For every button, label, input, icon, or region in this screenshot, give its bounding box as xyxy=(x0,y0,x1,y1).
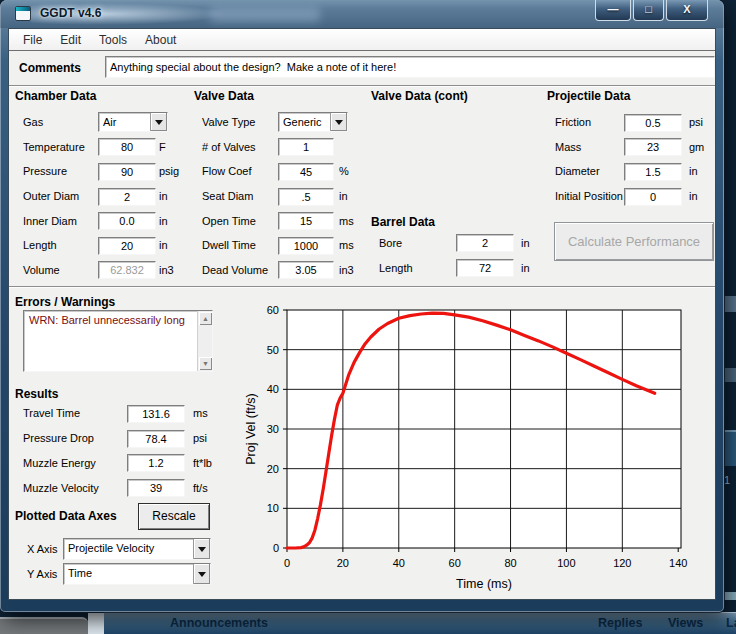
valve-type-combobox[interactable]: Generic xyxy=(278,112,348,132)
dead-volume-input[interactable] xyxy=(278,261,334,279)
svg-text:60: 60 xyxy=(449,557,461,569)
bore-label: Bore xyxy=(371,237,456,249)
svg-text:80: 80 xyxy=(504,557,516,569)
diameter-label: Diameter xyxy=(547,165,624,177)
svg-text:50: 50 xyxy=(267,344,279,356)
field-row: Seat Diamin xyxy=(194,184,394,209)
svg-text:140: 140 xyxy=(669,557,687,569)
travel-time-input[interactable] xyxy=(127,405,185,423)
menu-item-tools[interactable]: Tools xyxy=(90,31,136,49)
field-row: Flow Coef% xyxy=(194,159,394,184)
menu-item-edit[interactable]: Edit xyxy=(51,31,90,49)
muzzle-energy-input[interactable] xyxy=(127,454,185,472)
errors-list[interactable]: WRN: Barrel unnecessarily long ▲ ▼ xyxy=(23,310,213,372)
volume-input xyxy=(98,261,156,279)
gas-value: Air xyxy=(99,113,150,131)
y-axis-combobox[interactable]: Time xyxy=(63,563,211,585)
field-row: Initial Positionin xyxy=(547,184,716,209)
x-axis-combobox[interactable]: Projectile Velocity xyxy=(63,538,211,560)
y-axis-value: Time xyxy=(64,564,193,584)
dwell-time-unit: ms xyxy=(339,239,354,251)
diameter-unit: in xyxy=(689,165,698,177)
app-window: GGDT v4.6 — □ X FileEditToolsAbout Comme… xyxy=(0,0,724,612)
mass-unit: gm xyxy=(689,141,704,153)
seat-diam-label: Seat Diam xyxy=(194,190,278,202)
initial-position-input[interactable] xyxy=(624,188,682,206)
section-title-errors-warnings: Errors / Warnings xyxy=(15,295,115,309)
field-row: # of Valves xyxy=(194,135,394,160)
friction-input[interactable] xyxy=(624,114,682,132)
length-input[interactable] xyxy=(98,237,156,255)
rescale-button[interactable]: Rescale xyxy=(138,503,210,530)
scrollbar-up-icon[interactable]: ▲ xyxy=(199,312,212,325)
x-axis-label: X Axis xyxy=(27,543,58,555)
section-title-plotted-data-axes: Plotted Data Axes xyxy=(15,509,117,523)
muzzle-velocity-unit: ft/s xyxy=(193,482,208,494)
menu-item-about[interactable]: About xyxy=(136,31,185,49)
field-row: Valve TypeGeneric xyxy=(194,110,394,135)
svg-text:30: 30 xyxy=(267,423,279,435)
field-row: Pressure Droppsi xyxy=(15,426,225,451)
svg-text:Proj Vel (ft/s): Proj Vel (ft/s) xyxy=(244,393,258,465)
initial-position-label: Initial Position xyxy=(547,190,624,202)
dropdown-arrow-icon xyxy=(193,539,210,559)
minimize-button[interactable]: — xyxy=(595,0,631,21)
maximize-button[interactable]: □ xyxy=(633,0,664,21)
calculate-performance-button[interactable]: Calculate Performance xyxy=(554,222,714,261)
outer-diam-input[interactable] xyxy=(98,188,156,206)
initial-position-unit: in xyxy=(689,190,698,202)
travel-time-unit: ms xyxy=(193,407,208,419)
window-title: GGDT v4.6 xyxy=(40,6,101,20)
friction-unit: psi xyxy=(689,116,703,128)
of-valves-input[interactable] xyxy=(278,138,334,156)
field-row: Pressurepsig xyxy=(15,159,205,184)
valve-type-value: Generic xyxy=(279,113,330,131)
y-axis-label: Y Axis xyxy=(27,568,57,580)
bore-input[interactable] xyxy=(456,234,514,252)
pressure-input[interactable] xyxy=(98,163,156,181)
close-button[interactable]: X xyxy=(666,0,708,21)
menu-item-file[interactable]: File xyxy=(14,31,51,49)
field-row: Frictionpsi xyxy=(547,110,716,135)
comments-input[interactable] xyxy=(105,56,715,78)
inner-diam-unit: in xyxy=(159,215,168,227)
dropdown-arrow-icon xyxy=(193,564,210,584)
open-time-input[interactable] xyxy=(278,212,334,230)
pressure-label: Pressure xyxy=(15,165,98,177)
svg-text:120: 120 xyxy=(613,557,631,569)
pressure-drop-unit: psi xyxy=(193,432,207,444)
length-input[interactable] xyxy=(456,259,514,277)
muzzle-velocity-input[interactable] xyxy=(127,479,185,497)
errors-scrollbar[interactable]: ▲ ▼ xyxy=(197,311,212,371)
section-title-chamber-data: Chamber Data xyxy=(15,89,96,103)
forum-header-views: Views xyxy=(668,616,703,630)
flow-coef-label: Flow Coef xyxy=(194,165,278,177)
pressure-drop-input[interactable] xyxy=(127,430,185,448)
seat-diam-input[interactable] xyxy=(278,188,334,206)
inner-diam-input[interactable] xyxy=(98,212,156,230)
svg-text:Time (ms): Time (ms) xyxy=(456,577,512,591)
pressure-drop-label: Pressure Drop xyxy=(15,432,127,444)
menubar: FileEditToolsAbout xyxy=(9,29,715,51)
valve-type-label: Valve Type xyxy=(194,116,278,128)
field-row: Dwell Timems xyxy=(194,233,394,258)
caption-buttons: — □ X xyxy=(595,0,708,21)
svg-text:20: 20 xyxy=(267,463,279,475)
divider xyxy=(9,286,715,288)
blurred-text xyxy=(210,7,320,22)
scrollbar-down-icon[interactable]: ▼ xyxy=(199,357,212,370)
dwell-time-input[interactable] xyxy=(278,237,334,255)
muzzle-velocity-label: Muzzle Velocity xyxy=(15,482,127,494)
section-title-projectile-data: Projectile Data xyxy=(547,89,630,103)
window-titlebar[interactable]: GGDT v4.6 — □ X xyxy=(0,0,724,28)
comments-label: Comments xyxy=(19,61,81,75)
field-row: Diameterin xyxy=(547,159,716,184)
length-label: Length xyxy=(15,239,98,251)
flow-coef-input[interactable] xyxy=(278,163,334,181)
mass-input[interactable] xyxy=(624,138,682,156)
temperature-input[interactable] xyxy=(98,138,156,156)
field-row: Massgm xyxy=(547,135,716,160)
gas-combobox[interactable]: Air xyxy=(98,112,168,132)
diameter-input[interactable] xyxy=(624,163,682,181)
temperature-unit: F xyxy=(159,141,166,153)
